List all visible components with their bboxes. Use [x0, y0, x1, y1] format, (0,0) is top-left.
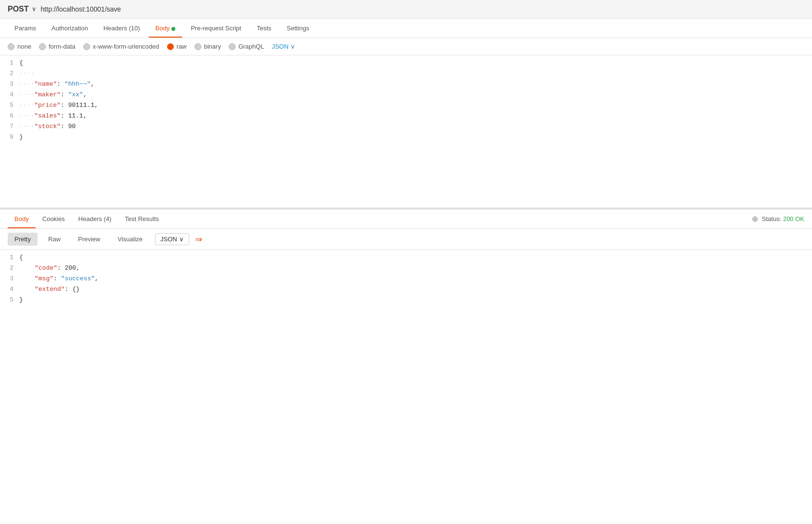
tab-pre-request[interactable]: Pre-request Script: [184, 19, 248, 38]
body-type-url-encoded[interactable]: x-www-form-urlencoded: [83, 43, 159, 50]
response-tab-test-results[interactable]: Test Results: [118, 210, 166, 228]
response-code-line: 5 }: [0, 296, 812, 307]
radio-binary-icon: [195, 43, 201, 50]
code-line: 4 ····"maker": "xx",: [0, 91, 812, 102]
code-line: 5 ····"price": 90111.1,: [0, 102, 812, 112]
code-line: 1 {: [0, 59, 812, 70]
response-tab-bar: Body Cookies Headers (4) Test Results ⊕ …: [0, 210, 812, 229]
radio-raw-icon: [167, 43, 174, 50]
format-preview-button[interactable]: Preview: [71, 233, 107, 246]
response-code-line: 3 "msg": "success",: [0, 275, 812, 286]
body-type-none[interactable]: none: [8, 43, 31, 50]
body-type-graphql[interactable]: GraphQL: [229, 43, 264, 50]
method-selector[interactable]: POST ∨: [8, 5, 36, 13]
code-line: 6 ····"sales": 11.1,: [0, 112, 812, 123]
tab-settings[interactable]: Settings: [280, 19, 316, 38]
response-tab-cookies[interactable]: Cookies: [36, 210, 72, 228]
body-type-form-data[interactable]: form-data: [39, 43, 76, 50]
response-status-area: ⊕ Status: 200 OK: [752, 214, 804, 223]
body-type-bar: none form-data x-www-form-urlencoded raw…: [0, 38, 812, 55]
radio-none-icon: [8, 43, 14, 50]
body-type-raw[interactable]: raw: [167, 43, 187, 50]
globe-icon: ⊕: [752, 214, 758, 223]
status-badge: Status: 200 OK: [762, 215, 804, 223]
tab-params[interactable]: Params: [8, 19, 43, 38]
request-body-editor[interactable]: 1 { 2 ···· 3 ····"name": "hhh~~", 4 ····…: [0, 55, 812, 210]
body-type-binary[interactable]: binary: [195, 43, 221, 50]
url-bar: POST ∨: [0, 0, 812, 19]
status-ok-text: 200 OK: [783, 215, 804, 223]
request-tab-bar: Params Authorization Headers (10) Body P…: [0, 19, 812, 38]
response-format-bar: Pretty Raw Preview Visualize JSON ∨ ⇒: [0, 229, 812, 250]
response-code-line: 4 "extend": {}: [0, 286, 812, 296]
response-body-viewer: 1 { 2 "code": 200, 3 "msg": "success", 4…: [0, 250, 812, 311]
response-tab-body[interactable]: Body: [8, 210, 36, 228]
format-pretty-button[interactable]: Pretty: [8, 233, 38, 246]
method-chevron-icon: ∨: [32, 6, 36, 13]
radio-graphql-icon: [229, 43, 236, 50]
wrap-lines-icon[interactable]: ⇒: [195, 234, 202, 245]
url-input[interactable]: [41, 5, 804, 13]
response-code-line: 1 {: [0, 254, 812, 264]
response-tab-headers[interactable]: Headers (4): [72, 210, 118, 228]
tab-headers[interactable]: Headers (10): [97, 19, 147, 38]
response-code-line: 2 "code": 200,: [0, 264, 812, 275]
code-line: 8 }: [0, 133, 812, 144]
radio-form-data-icon: [39, 43, 46, 50]
tab-tests[interactable]: Tests: [250, 19, 278, 38]
code-line: 2 ····: [0, 70, 812, 80]
tab-authorization[interactable]: Authorization: [45, 19, 95, 38]
json-chevron-icon: ∨: [290, 43, 295, 50]
method-label: POST: [8, 5, 29, 13]
response-section: Body Cookies Headers (4) Test Results ⊕ …: [0, 210, 812, 311]
code-line: 3 ····"name": "hhh~~",: [0, 80, 812, 91]
format-raw-button[interactable]: Raw: [41, 233, 67, 246]
radio-url-encoded-icon: [83, 43, 90, 50]
tab-body[interactable]: Body: [149, 19, 183, 38]
body-active-dot: [171, 27, 175, 31]
response-json-format-selector[interactable]: JSON ∨: [155, 233, 189, 245]
response-json-chevron-icon: ∨: [179, 236, 184, 243]
code-line: 7 ····"stock": 90: [0, 123, 812, 133]
json-format-selector[interactable]: JSON ∨: [272, 43, 295, 50]
format-visualize-button[interactable]: Visualize: [111, 233, 149, 246]
